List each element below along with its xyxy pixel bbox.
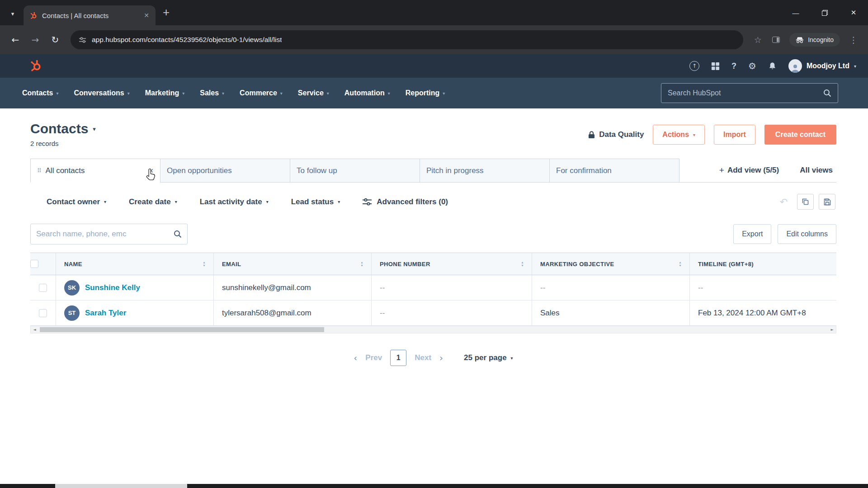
actions-button[interactable]: Actions ▾	[653, 125, 705, 145]
hubspot-search-input[interactable]	[668, 89, 819, 97]
settings-gear-icon[interactable]: ⚙	[748, 61, 756, 71]
nav-item-reporting[interactable]: Reporting ▾	[398, 89, 453, 97]
scrollbar-track[interactable]	[38, 326, 828, 333]
reload-icon[interactable]: ↻	[46, 31, 64, 49]
chevron-down-icon: ▾	[327, 91, 329, 96]
close-view-icon[interactable]: ✕	[148, 167, 154, 174]
nav-item-automation[interactable]: Automation ▾	[337, 89, 398, 97]
column-header-marketing-objective[interactable]: MARKETING OBJECTIVE ▴▾	[532, 253, 689, 275]
filter-create-date[interactable]: Create date ▾	[129, 197, 177, 206]
browser-tab[interactable]: Contacts | All contacts ✕	[24, 5, 156, 25]
hubspot-favicon-icon	[30, 12, 38, 19]
select-all-cell	[30, 253, 56, 275]
scrollbar-thumb[interactable]	[40, 327, 324, 332]
sort-icon[interactable]: ▴▾	[679, 261, 681, 267]
minimize-icon[interactable]: —	[781, 0, 810, 25]
next-chevron-icon[interactable]: ›	[439, 352, 443, 363]
nav-item-marketing[interactable]: Marketing ▾	[137, 89, 193, 97]
all-views-label: All views	[800, 166, 833, 174]
tab-search-icon[interactable]: ▾	[5, 6, 20, 21]
prev-chevron-icon[interactable]: ‹	[354, 352, 357, 363]
contact-search[interactable]	[30, 224, 188, 244]
view-tab-pitch-in-progress[interactable]: Pitch in progress	[420, 159, 550, 183]
advanced-filters-button[interactable]: Advanced filters (0)	[363, 197, 448, 206]
help-icon[interactable]: ?	[731, 61, 736, 71]
upgrade-icon[interactable]: ↑	[689, 61, 699, 71]
sort-icon[interactable]: ▴▾	[522, 261, 524, 267]
chevron-down-icon: ▾	[104, 199, 106, 204]
duplicate-icon[interactable]	[797, 194, 814, 210]
current-page[interactable]: 1	[390, 350, 406, 366]
new-tab-icon[interactable]: +	[163, 6, 170, 18]
column-header-phone[interactable]: PHONE NUMBER ▴▾	[371, 253, 532, 275]
import-button[interactable]: Import	[714, 125, 755, 145]
back-icon[interactable]: ←	[6, 31, 24, 49]
lock-icon	[588, 131, 595, 139]
address-bar[interactable]: app.hubspot.com/contacts/45239562/object…	[71, 30, 743, 49]
view-tab-all-contacts[interactable]: ⠿ All contacts ✕	[30, 159, 160, 183]
column-header-email[interactable]: EMAIL ▴▾	[213, 253, 371, 275]
side-panel-icon[interactable]	[768, 32, 784, 48]
hubspot-logo[interactable]	[30, 60, 42, 72]
export-button[interactable]: Export	[733, 224, 771, 244]
per-page-dropdown[interactable]: 25 per page ▾	[464, 353, 513, 362]
hubspot-search[interactable]	[661, 83, 838, 103]
nav-item-sales[interactable]: Sales ▾	[192, 89, 232, 97]
row-checkbox[interactable]	[39, 284, 47, 292]
url-text[interactable]: app.hubspot.com/contacts/45239562/object…	[92, 36, 282, 44]
next-button[interactable]: Next	[415, 353, 431, 362]
marketplace-icon[interactable]	[711, 62, 720, 70]
contact-name-link[interactable]: Sunshine Kelly	[85, 283, 140, 292]
prev-button[interactable]: Prev	[365, 353, 382, 362]
select-all-checkbox[interactable]	[30, 260, 38, 268]
nav-item-contacts[interactable]: Contacts ▾	[14, 89, 66, 97]
tab-close-icon[interactable]: ✕	[144, 12, 149, 19]
forward-icon[interactable]: →	[26, 31, 44, 49]
column-header-name[interactable]: NAME ▴▾	[56, 253, 213, 275]
email-cell: sunshinekelly@gmail.com	[213, 275, 371, 300]
undo-icon[interactable]: ↶	[775, 194, 792, 210]
scroll-left-icon[interactable]: ◄	[31, 326, 38, 333]
edit-columns-button[interactable]: Edit columns	[778, 224, 836, 244]
restore-icon[interactable]	[810, 0, 839, 25]
create-contact-button[interactable]: Create contact	[764, 125, 836, 145]
nav-item-service[interactable]: Service ▾	[290, 89, 337, 97]
browser-menu-icon[interactable]: ⋮	[845, 32, 862, 48]
contact-search-input[interactable]	[36, 230, 170, 239]
drag-handle-icon[interactable]: ⠿	[37, 167, 42, 174]
all-views-link[interactable]: All views	[800, 166, 833, 175]
column-label: PHONE NUMBER	[380, 261, 430, 267]
row-checkbox[interactable]	[39, 309, 47, 317]
filters-row: Contact owner ▾ Create date ▾ Last activ…	[30, 183, 836, 219]
view-tab-open-opportunities[interactable]: Open opportunities	[160, 159, 290, 183]
chevron-down-icon: ▾	[182, 91, 184, 96]
account-menu[interactable]: Moodjoy Ltd ▾	[788, 59, 856, 73]
page-title-dropdown[interactable]: Contacts ▾	[30, 121, 96, 136]
save-view-icon[interactable]	[819, 194, 835, 210]
sort-icon[interactable]: ▴▾	[203, 261, 205, 267]
bookmark-star-icon[interactable]: ☆	[750, 32, 766, 48]
contact-name-link[interactable]: Sarah Tyler	[85, 309, 126, 318]
filter-contact-owner[interactable]: Contact owner ▾	[47, 197, 106, 206]
contacts-table: NAME ▴▾ EMAIL ▴▾ PHONE NUMBER ▴▾ MARKETI…	[30, 253, 836, 333]
column-header-timeline[interactable]: TIMELINE (GMT+8)	[689, 253, 836, 275]
notifications-bell-icon[interactable]	[768, 62, 777, 70]
nav-item-conversations[interactable]: Conversations ▾	[66, 89, 137, 97]
close-icon[interactable]: ✕	[839, 0, 868, 25]
view-tab-to-follow-up[interactable]: To follow up	[290, 159, 420, 183]
filter-lead-status[interactable]: Lead status ▾	[291, 197, 340, 206]
nav-item-commerce[interactable]: Commerce ▾	[232, 89, 290, 97]
data-quality-link[interactable]: Data Quality	[588, 130, 644, 139]
add-view-button[interactable]: + Add view (5/5)	[719, 165, 779, 175]
nav-label: Service	[298, 89, 324, 97]
filter-sliders-icon	[363, 198, 372, 206]
view-tab-for-confirmation[interactable]: For confirmation	[549, 159, 679, 183]
add-view-label: Add view (5/5)	[727, 166, 779, 175]
scroll-right-icon[interactable]: ►	[828, 326, 836, 333]
views-actions: + Add view (5/5) All views	[719, 158, 836, 182]
horizontal-scrollbar[interactable]: ◄ ►	[30, 326, 836, 333]
filter-last-activity-date[interactable]: Last activity date ▾	[200, 197, 269, 206]
chevron-down-icon: ▾	[388, 91, 390, 96]
sort-icon[interactable]: ▴▾	[361, 261, 363, 267]
site-info-icon[interactable]	[79, 36, 86, 44]
